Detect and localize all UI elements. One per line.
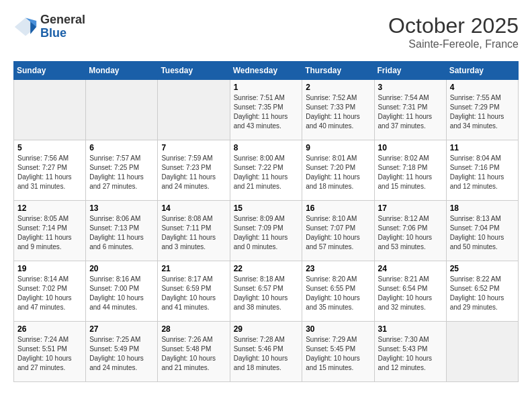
day-number: 27 (89, 324, 154, 334)
calendar-cell (14, 80, 86, 140)
day-number: 3 (378, 83, 443, 92)
calendar-cell: 16Sunrise: 8:10 AM Sunset: 7:07 PM Dayli… (302, 201, 374, 261)
logo-blue: Blue (40, 27, 85, 40)
calendar-cell: 29Sunrise: 7:28 AM Sunset: 5:46 PM Dayli… (230, 322, 302, 382)
day-info: Sunrise: 7:25 AM Sunset: 5:49 PM Dayligh… (89, 335, 154, 373)
title-block: October 2025 Sainte-Fereole, France (388, 13, 519, 50)
weekday-header-saturday: Saturday (446, 62, 518, 80)
day-info: Sunrise: 8:18 AM Sunset: 6:57 PM Dayligh… (234, 275, 299, 312)
day-info: Sunrise: 8:14 AM Sunset: 7:02 PM Dayligh… (17, 275, 82, 312)
calendar-cell (158, 80, 230, 140)
day-number: 23 (306, 264, 370, 273)
day-info: Sunrise: 8:04 AM Sunset: 7:16 PM Dayligh… (450, 154, 515, 191)
day-info: Sunrise: 8:08 AM Sunset: 7:11 PM Dayligh… (161, 214, 226, 252)
calendar-week-row: 26Sunrise: 7:24 AM Sunset: 5:51 PM Dayli… (14, 322, 519, 382)
calendar-cell: 22Sunrise: 8:18 AM Sunset: 6:57 PM Dayli… (230, 261, 302, 322)
day-number: 30 (306, 324, 370, 334)
calendar-cell: 2Sunrise: 7:52 AM Sunset: 7:33 PM Daylig… (302, 80, 374, 140)
day-info: Sunrise: 8:02 AM Sunset: 7:18 PM Dayligh… (378, 154, 443, 191)
weekday-header-row: SundayMondayTuesdayWednesdayThursdayFrid… (14, 62, 519, 80)
day-info: Sunrise: 8:05 AM Sunset: 7:14 PM Dayligh… (17, 214, 82, 252)
page-header: General Blue October 2025 Sainte-Fereole… (13, 13, 519, 50)
day-info: Sunrise: 8:16 AM Sunset: 7:00 PM Dayligh… (89, 275, 154, 312)
day-number: 4 (450, 83, 515, 92)
calendar-cell: 31Sunrise: 7:30 AM Sunset: 5:43 PM Dayli… (374, 322, 446, 382)
day-info: Sunrise: 8:10 AM Sunset: 7:07 PM Dayligh… (306, 214, 370, 252)
day-number: 7 (161, 143, 226, 152)
calendar-cell: 26Sunrise: 7:24 AM Sunset: 5:51 PM Dayli… (14, 322, 86, 382)
weekday-header-wednesday: Wednesday (230, 62, 302, 80)
calendar-cell: 14Sunrise: 8:08 AM Sunset: 7:11 PM Dayli… (158, 201, 230, 261)
day-info: Sunrise: 8:12 AM Sunset: 7:06 PM Dayligh… (378, 214, 443, 252)
day-number: 19 (17, 264, 82, 273)
day-info: Sunrise: 7:52 AM Sunset: 7:33 PM Dayligh… (306, 93, 370, 131)
day-number: 12 (17, 203, 82, 213)
day-number: 14 (161, 203, 226, 213)
day-number: 31 (378, 324, 443, 334)
calendar-cell: 20Sunrise: 8:16 AM Sunset: 7:00 PM Dayli… (86, 261, 158, 322)
day-info: Sunrise: 8:13 AM Sunset: 7:04 PM Dayligh… (450, 214, 515, 252)
calendar-cell: 11Sunrise: 8:04 AM Sunset: 7:16 PM Dayli… (446, 140, 518, 201)
logo-text: General Blue (40, 13, 85, 40)
calendar-week-row: 5Sunrise: 7:56 AM Sunset: 7:27 PM Daylig… (14, 140, 519, 201)
logo-icon (13, 15, 38, 39)
calendar-cell: 28Sunrise: 7:26 AM Sunset: 5:48 PM Dayli… (158, 322, 230, 382)
day-number: 13 (89, 203, 154, 213)
calendar-cell: 7Sunrise: 7:59 AM Sunset: 7:23 PM Daylig… (158, 140, 230, 201)
calendar-week-row: 1Sunrise: 7:51 AM Sunset: 7:35 PM Daylig… (14, 80, 519, 140)
day-number: 1 (234, 83, 299, 92)
day-number: 8 (234, 143, 299, 152)
day-info: Sunrise: 8:17 AM Sunset: 6:59 PM Dayligh… (161, 275, 226, 312)
day-number: 22 (234, 264, 299, 273)
calendar-cell: 13Sunrise: 8:06 AM Sunset: 7:13 PM Dayli… (86, 201, 158, 261)
day-info: Sunrise: 8:21 AM Sunset: 6:54 PM Dayligh… (378, 275, 443, 312)
calendar-cell: 9Sunrise: 8:01 AM Sunset: 7:20 PM Daylig… (302, 140, 374, 201)
weekday-header-sunday: Sunday (14, 62, 86, 80)
day-info: Sunrise: 7:24 AM Sunset: 5:51 PM Dayligh… (17, 335, 82, 373)
day-info: Sunrise: 7:56 AM Sunset: 7:27 PM Dayligh… (17, 154, 82, 191)
calendar-cell: 1Sunrise: 7:51 AM Sunset: 7:35 PM Daylig… (230, 80, 302, 140)
day-info: Sunrise: 8:01 AM Sunset: 7:20 PM Dayligh… (306, 154, 370, 191)
calendar-cell: 5Sunrise: 7:56 AM Sunset: 7:27 PM Daylig… (14, 140, 86, 201)
weekday-header-monday: Monday (86, 62, 158, 80)
calendar-cell: 19Sunrise: 8:14 AM Sunset: 7:02 PM Dayli… (14, 261, 86, 322)
day-info: Sunrise: 7:51 AM Sunset: 7:35 PM Dayligh… (234, 93, 299, 131)
day-number: 18 (450, 203, 515, 213)
day-number: 21 (161, 264, 226, 273)
day-number: 26 (17, 324, 82, 334)
day-number: 2 (306, 83, 370, 92)
calendar-week-row: 19Sunrise: 8:14 AM Sunset: 7:02 PM Dayli… (14, 261, 519, 322)
day-info: Sunrise: 7:28 AM Sunset: 5:46 PM Dayligh… (234, 335, 299, 373)
day-number: 9 (306, 143, 370, 152)
calendar-cell: 24Sunrise: 8:21 AM Sunset: 6:54 PM Dayli… (374, 261, 446, 322)
calendar-cell: 17Sunrise: 8:12 AM Sunset: 7:06 PM Dayli… (374, 201, 446, 261)
calendar-cell (446, 322, 518, 382)
calendar-cell: 18Sunrise: 8:13 AM Sunset: 7:04 PM Dayli… (446, 201, 518, 261)
logo-general: General (40, 13, 85, 27)
calendar-cell: 6Sunrise: 7:57 AM Sunset: 7:25 PM Daylig… (86, 140, 158, 201)
calendar-cell: 10Sunrise: 8:02 AM Sunset: 7:18 PM Dayli… (374, 140, 446, 201)
day-number: 5 (17, 143, 82, 152)
day-info: Sunrise: 7:59 AM Sunset: 7:23 PM Dayligh… (161, 154, 226, 191)
day-number: 11 (450, 143, 515, 152)
weekday-header-tuesday: Tuesday (158, 62, 230, 80)
day-number: 20 (89, 264, 154, 273)
day-info: Sunrise: 8:20 AM Sunset: 6:55 PM Dayligh… (306, 275, 370, 312)
day-info: Sunrise: 7:54 AM Sunset: 7:31 PM Dayligh… (378, 93, 443, 131)
day-info: Sunrise: 8:00 AM Sunset: 7:22 PM Dayligh… (234, 154, 299, 191)
location: Sainte-Fereole, France (388, 38, 519, 50)
day-number: 24 (378, 264, 443, 273)
day-number: 29 (234, 324, 299, 334)
day-number: 6 (89, 143, 154, 152)
day-info: Sunrise: 7:55 AM Sunset: 7:29 PM Dayligh… (450, 93, 515, 131)
calendar-cell: 15Sunrise: 8:09 AM Sunset: 7:09 PM Dayli… (230, 201, 302, 261)
day-number: 25 (450, 264, 515, 273)
calendar-cell: 23Sunrise: 8:20 AM Sunset: 6:55 PM Dayli… (302, 261, 374, 322)
day-number: 16 (306, 203, 370, 213)
day-number: 10 (378, 143, 443, 152)
day-info: Sunrise: 7:57 AM Sunset: 7:25 PM Dayligh… (89, 154, 154, 191)
calendar-cell: 25Sunrise: 8:22 AM Sunset: 6:52 PM Dayli… (446, 261, 518, 322)
weekday-header-thursday: Thursday (302, 62, 374, 80)
day-number: 17 (378, 203, 443, 213)
calendar-table: SundayMondayTuesdayWednesdayThursdayFrid… (13, 61, 519, 382)
